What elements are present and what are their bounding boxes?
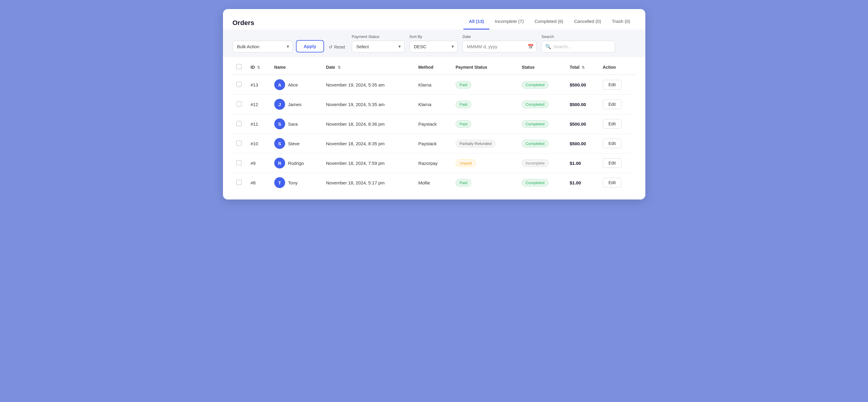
- status-badge-3: Completed: [522, 140, 549, 147]
- date-label: Date: [463, 34, 537, 39]
- col-date: Date ⇅: [322, 60, 415, 75]
- payment-status-badge-1: Paid: [456, 101, 471, 108]
- row-id-1: #12: [247, 95, 271, 114]
- row-action-1: Edit: [599, 95, 636, 114]
- orders-table: ID ⇅ Name Date ⇅ Method Payment Status S…: [232, 60, 636, 192]
- tab-incomplete[interactable]: Incomplete (7): [489, 16, 529, 30]
- tab-trash[interactable]: Trash (0): [607, 16, 636, 30]
- reset-icon: ↺: [329, 44, 333, 49]
- row-date-1: November 19, 2024, 5:35 am: [322, 95, 415, 114]
- row-check-1: [232, 95, 247, 114]
- row-check-3: [232, 134, 247, 154]
- table-row: #11 S Sara November 18, 2024, 8:36 pm Pa…: [232, 114, 636, 134]
- row-total-3: $500.00: [566, 134, 599, 154]
- payment-status-badge-4: Unpaid: [456, 159, 476, 167]
- edit-button-1[interactable]: Edit: [603, 99, 621, 109]
- payment-status-select[interactable]: Select Paid Unpaid Partially Refunded: [352, 41, 405, 53]
- avatar-0: A: [274, 79, 285, 90]
- row-date-0: November 19, 2024, 5:35 am: [322, 75, 415, 95]
- tab-cancelled[interactable]: Cancelled (0): [569, 16, 607, 30]
- row-payment-status-2: Paid: [452, 114, 518, 134]
- edit-button-3[interactable]: Edit: [603, 139, 621, 148]
- table-row: #8 T Tony November 18, 2024, 5:17 pm Mol…: [232, 173, 636, 193]
- sort-by-select[interactable]: DESC ASC: [409, 41, 458, 53]
- row-checkbox-3[interactable]: [236, 140, 242, 146]
- row-total-5: $1.00: [566, 173, 599, 193]
- row-check-4: [232, 154, 247, 173]
- col-action: Action: [599, 60, 636, 75]
- row-checkbox-4[interactable]: [236, 160, 242, 165]
- tab-bar: All (13)Incomplete (7)Completed (6)Cance…: [463, 16, 636, 30]
- reset-button[interactable]: ↺ Reset: [327, 42, 347, 53]
- avatar-5: T: [274, 177, 285, 188]
- row-method-2: Paystack: [414, 114, 452, 134]
- row-checkbox-1[interactable]: [236, 101, 242, 107]
- orders-card: Orders All (13)Incomplete (7)Completed (…: [223, 9, 645, 200]
- table-row: #10 S Steve November 18, 2024, 8:35 pm P…: [232, 134, 636, 154]
- payment-status-badge-5: Paid: [456, 179, 471, 187]
- col-id: ID ⇅: [247, 60, 271, 75]
- table-row: #13 A Alice November 19, 2024, 5:35 am K…: [232, 75, 636, 95]
- row-name-0: A Alice: [271, 75, 322, 95]
- filter-bar: Bulk Action ▼ Apply ↺ Reset Payment Stat…: [223, 30, 645, 57]
- edit-button-0[interactable]: Edit: [603, 80, 621, 90]
- table-head: ID ⇅ Name Date ⇅ Method Payment Status S…: [232, 60, 636, 75]
- select-all-checkbox[interactable]: [236, 64, 242, 69]
- date-sort-icon[interactable]: ⇅: [338, 65, 341, 70]
- payment-status-wrapper: Select Paid Unpaid Partially Refunded ▼: [352, 41, 405, 53]
- row-checkbox-0[interactable]: [236, 82, 242, 87]
- search-input[interactable]: [541, 41, 615, 53]
- row-name-4: R Rodrigo: [271, 154, 322, 173]
- row-payment-status-3: Partially Refunded: [452, 134, 518, 154]
- table-header-row: ID ⇅ Name Date ⇅ Method Payment Status S…: [232, 60, 636, 75]
- id-sort-icon[interactable]: ⇅: [257, 65, 260, 70]
- name-text-5: Tony: [288, 180, 298, 185]
- row-action-0: Edit: [599, 75, 636, 95]
- status-badge-2: Completed: [522, 120, 549, 128]
- col-total: Total ⇅: [566, 60, 599, 75]
- row-total-4: $1.00: [566, 154, 599, 173]
- col-payment-status: Payment Status: [452, 60, 518, 75]
- edit-button-4[interactable]: Edit: [603, 158, 621, 168]
- row-name-2: S Sara: [271, 114, 322, 134]
- row-check-5: [232, 173, 247, 193]
- date-input-wrapper: 📅: [463, 41, 537, 53]
- edit-button-2[interactable]: Edit: [603, 119, 621, 129]
- row-action-2: Edit: [599, 114, 636, 134]
- bulk-action-select[interactable]: Bulk Action: [232, 41, 293, 53]
- search-wrapper: 🔍: [541, 41, 615, 53]
- date-input[interactable]: [463, 41, 537, 53]
- row-id-4: #9: [247, 154, 271, 173]
- row-date-3: November 18, 2024, 8:35 pm: [322, 134, 415, 154]
- row-checkbox-2[interactable]: [236, 121, 242, 126]
- payment-status-badge-2: Paid: [456, 120, 471, 128]
- table-container: ID ⇅ Name Date ⇅ Method Payment Status S…: [223, 60, 645, 200]
- row-date-2: November 18, 2024, 8:36 pm: [322, 114, 415, 134]
- row-payment-status-0: Paid: [452, 75, 518, 95]
- row-method-4: Razorpay: [414, 154, 452, 173]
- tab-all[interactable]: All (13): [463, 16, 489, 30]
- row-action-4: Edit: [599, 154, 636, 173]
- total-sort-icon[interactable]: ⇅: [582, 65, 585, 70]
- apply-button[interactable]: Apply: [296, 40, 324, 53]
- row-status-1: Completed: [518, 95, 566, 114]
- row-method-3: Paystack: [414, 134, 452, 154]
- sort-by-wrapper: DESC ASC ▼: [409, 41, 458, 53]
- tab-completed[interactable]: Completed (6): [529, 16, 569, 30]
- edit-button-5[interactable]: Edit: [603, 178, 621, 188]
- select-all-col: [232, 60, 247, 75]
- status-badge-5: Completed: [522, 179, 549, 187]
- row-checkbox-5[interactable]: [236, 179, 242, 185]
- status-badge-1: Completed: [522, 101, 549, 108]
- sort-by-filter: Sort By DESC ASC ▼: [409, 34, 458, 53]
- avatar-2: S: [274, 119, 285, 129]
- payment-status-badge-0: Paid: [456, 81, 471, 89]
- search-filter: Search 🔍: [541, 34, 615, 53]
- row-payment-status-4: Unpaid: [452, 154, 518, 173]
- payment-status-badge-3: Partially Refunded: [456, 140, 495, 147]
- row-action-3: Edit: [599, 134, 636, 154]
- row-id-5: #8: [247, 173, 271, 193]
- row-id-2: #11: [247, 114, 271, 134]
- name-text-2: Sara: [288, 122, 298, 127]
- bulk-action-wrapper: Bulk Action ▼: [232, 41, 293, 53]
